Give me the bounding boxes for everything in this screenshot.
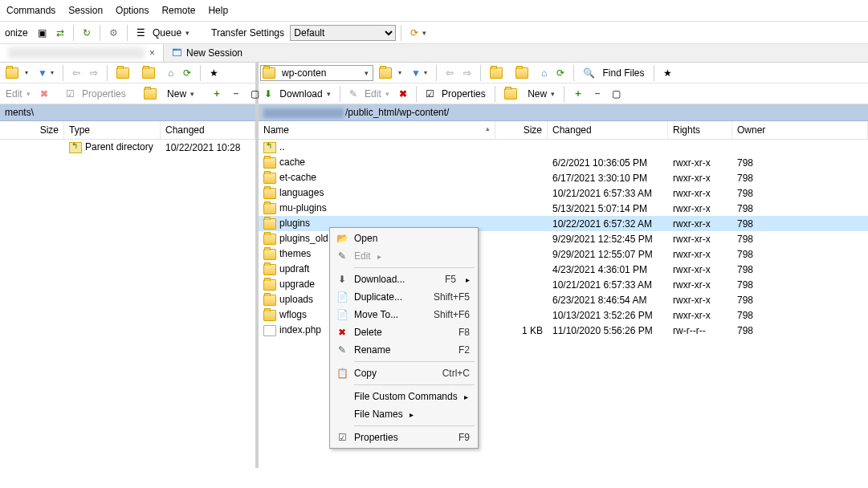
right-find-button[interactable]: 🔍 Find Files	[579, 65, 648, 81]
right-home-button[interactable]: ⌂	[537, 65, 551, 81]
folder-icon	[263, 203, 276, 214]
remote-path-bar[interactable]: /public_html/wp-content/	[259, 104, 868, 121]
settings-button[interactable]: ⚙	[105, 25, 122, 41]
menu-item-file-custom-commands[interactable]: File Custom Commands	[332, 388, 476, 405]
col-rights[interactable]: Rights	[668, 121, 732, 139]
close-tab-icon[interactable]: ×	[149, 47, 155, 59]
col-owner[interactable]: Owner	[732, 121, 868, 139]
left-edit-button[interactable]: Edit	[2, 86, 35, 102]
right-delete-button[interactable]: ✖	[395, 86, 411, 102]
transfer-settings-label: Transfer Settings	[211, 27, 284, 39]
left-root-button[interactable]	[138, 65, 162, 81]
list-item[interactable]: ..	[259, 140, 868, 155]
left-refresh-button[interactable]: ⟳	[179, 65, 195, 81]
col-changed[interactable]: Changed	[161, 121, 255, 139]
refresh-icon: ⟳	[556, 67, 564, 79]
list-item[interactable]: mu-plugins5/13/2021 5:07:14 PMrwxr-xr-x7…	[259, 201, 868, 216]
left-properties-button[interactable]: ☑ Properties	[62, 86, 130, 102]
download-button[interactable]: ⬇ Download	[260, 86, 335, 102]
list-item[interactable]: Parent directory10/22/2021 10:28	[0, 140, 255, 155]
menu-item-open[interactable]: 📂Open	[332, 230, 476, 247]
right-check-button[interactable]: ▢	[608, 86, 625, 102]
left-delete-button[interactable]: ✖	[36, 86, 52, 102]
right-new-button[interactable]: New	[500, 86, 559, 102]
queue-button[interactable]: ☰ Queue	[132, 25, 194, 41]
refresh-icon: ⟳	[183, 67, 191, 79]
left-minus-button[interactable]: －	[227, 84, 245, 103]
transfer-settings-select[interactable]: Default	[290, 25, 396, 41]
menu-help[interactable]: Help	[203, 3, 233, 18]
minus-icon: －	[593, 87, 602, 100]
right-refresh-button[interactable]: ⟳	[552, 65, 568, 81]
col-type[interactable]: Type	[64, 121, 161, 139]
session-tabs: × 🗔 New Session	[0, 44, 868, 63]
menu-item-download-[interactable]: ⬇Download...F5▸	[332, 270, 476, 288]
right-up-button[interactable]	[486, 65, 510, 81]
home-icon: ⌂	[541, 67, 547, 79]
edit-label: Edit	[6, 88, 22, 100]
right-filter-button[interactable]: ▾	[375, 65, 405, 81]
menu-item-delete[interactable]: ✖DeleteF8	[332, 323, 476, 341]
menu-item-icon: 📋	[336, 368, 348, 379]
synchronize-button[interactable]: onize	[1, 25, 32, 41]
left-drive-combo[interactable]: ▾	[2, 65, 32, 81]
console-button[interactable]: ▣	[34, 25, 51, 41]
local-path-bar[interactable]: ments\	[0, 104, 255, 121]
menu-commands[interactable]: Commands	[2, 3, 60, 18]
left-bookmark-button[interactable]: ★	[206, 65, 222, 81]
right-path-input[interactable]	[280, 67, 361, 79]
root-folder-icon	[516, 67, 528, 79]
submenu-arrow-icon	[464, 391, 468, 402]
menu-options[interactable]: Options	[111, 3, 153, 18]
left-fwd-button[interactable]: ⇨	[86, 65, 102, 81]
session-tab-active[interactable]: ×	[0, 44, 164, 62]
right-path-combo[interactable]: ▾	[260, 65, 373, 81]
right-bookmark-button[interactable]: ★	[659, 65, 676, 81]
col-changed[interactable]: Changed	[548, 121, 668, 139]
menu-item-copy[interactable]: 📋CopyCtrl+C	[332, 364, 476, 382]
reconnect-button[interactable]: ⟳	[406, 25, 430, 41]
col-size[interactable]: Size	[495, 121, 548, 139]
console-icon: ▣	[38, 27, 47, 39]
left-home-button[interactable]: ⌂	[164, 65, 177, 81]
col-size[interactable]: Size	[0, 121, 64, 139]
right-back-button[interactable]: ⇦	[442, 65, 458, 81]
right-properties-button[interactable]: ☑ Properties	[422, 86, 490, 102]
main-toolbar: onize ▣ ⇄ ↻ ⚙ ☰ Queue Transfer Settings …	[0, 22, 868, 44]
right-plus-button[interactable]: ＋	[569, 84, 587, 103]
menu-item-properties[interactable]: ☑PropertiesF9	[332, 429, 476, 446]
right-action-toolbar: ⬇ Download ✎ Edit ✖ ☑ Properties New ＋ －…	[259, 83, 868, 104]
left-filter-button[interactable]: ▼▾	[34, 65, 58, 81]
right-edit-button[interactable]: ✎ Edit	[345, 86, 393, 102]
compare-button[interactable]: ⇄	[52, 25, 68, 41]
left-back-button[interactable]: ⇦	[68, 65, 84, 81]
right-nav-toolbar: ▾ ▾ ▼▾ ⇦ ⇨ ⌂ ⟳ 🔍 Find Files ★	[259, 63, 868, 83]
folder-icon	[6, 67, 18, 79]
list-item[interactable]: cache6/2/2021 10:36:05 PMrwxr-xr-x798	[259, 155, 868, 170]
menu-item-rename[interactable]: ✎RenameF2	[332, 341, 476, 359]
left-up-button[interactable]	[112, 65, 137, 81]
new-session-tab[interactable]: 🗔 New Session	[164, 44, 251, 62]
left-new-button[interactable]: New	[140, 86, 198, 102]
sync-browse-button[interactable]: ↻	[79, 25, 95, 41]
right-filter2-button[interactable]: ▼▾	[407, 65, 431, 81]
menu-item-icon: ✖	[336, 327, 348, 338]
menu-session[interactable]: Session	[63, 3, 108, 18]
right-root-button[interactable]	[511, 65, 536, 81]
menu-item-shortcut: Shift+F5	[434, 291, 470, 303]
menu-item-label: Rename	[354, 344, 390, 356]
list-item[interactable]: et-cache6/17/2021 3:30:10 PMrwxr-xr-x798	[259, 170, 868, 185]
menu-remote[interactable]: Remote	[157, 3, 200, 18]
submenu-arrow-icon	[410, 409, 414, 420]
host-blurred	[263, 108, 344, 118]
local-file-list[interactable]: Size Type Changed Parent directory10/22/…	[0, 121, 255, 468]
menu-item-move-to-[interactable]: 📄Move To...Shift+F6	[332, 306, 476, 323]
right-minus-button[interactable]: －	[589, 84, 606, 103]
left-plus-button[interactable]: ＋	[208, 84, 226, 103]
menu-item-shortcut: F9	[458, 432, 470, 443]
right-fwd-button[interactable]: ⇨	[459, 65, 475, 81]
list-item[interactable]: languages10/21/2021 6:57:33 AMrwxr-xr-x7…	[259, 185, 868, 201]
menu-item-duplicate-[interactable]: 📄Duplicate...Shift+F5	[332, 288, 476, 306]
col-name[interactable]: Name	[259, 121, 495, 139]
menu-item-file-names[interactable]: File Names	[332, 405, 476, 423]
